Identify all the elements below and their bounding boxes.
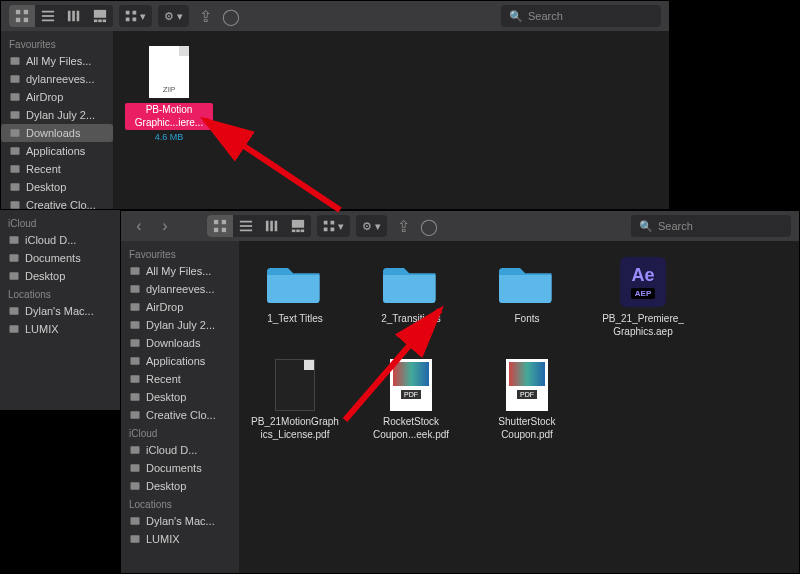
sidebar-item[interactable]: All My Files... [1, 52, 113, 70]
list-view-button[interactable] [35, 5, 61, 27]
search-icon: 🔍 [509, 10, 523, 23]
sidebar-item[interactable]: Recent [121, 370, 239, 388]
file-item[interactable]: PDFShutterStock Coupon.pdf [483, 356, 571, 441]
column-view-button[interactable] [259, 215, 285, 237]
svg-rect-52 [131, 303, 140, 311]
file-zip[interactable]: ZIP PB-Motion Graphic...iere... 4.6 MB [125, 43, 213, 142]
sidebar-item[interactable]: Recent [1, 160, 113, 178]
sidebar-item[interactable]: Applications [121, 352, 239, 370]
sidebar-section-header: iCloud [121, 424, 239, 441]
search-input[interactable]: 🔍 Search [501, 5, 661, 27]
tags-button[interactable]: ◯ [221, 6, 241, 26]
sidebar-item[interactable]: iCloud D... [0, 231, 120, 249]
svg-rect-1 [10, 254, 19, 262]
group-dropdown[interactable]: ▾ [119, 5, 152, 27]
svg-rect-30 [11, 183, 20, 191]
view-mode-segment[interactable] [207, 215, 311, 237]
search-input[interactable]: 🔍 Search [631, 215, 791, 237]
sidebar-item[interactable]: Documents [121, 459, 239, 477]
gallery-view-button[interactable] [87, 5, 113, 27]
sidebar: FavouritesAll My Files...dylanreeves...A… [1, 31, 113, 209]
sidebar-item[interactable]: LUMIX [121, 530, 239, 548]
share-button[interactable]: ⇪ [393, 216, 413, 236]
svg-rect-29 [11, 165, 20, 173]
column-view-button[interactable] [61, 5, 87, 27]
action-dropdown[interactable]: ⚙▾ [158, 5, 189, 27]
svg-rect-28 [11, 147, 20, 155]
finder-window-2: ‹ › ▾ ⚙▾ ⇪ ◯ 🔍 Search FavouritesAll My F… [120, 210, 800, 574]
sidebar-item[interactable]: Dylan July 2... [1, 106, 113, 124]
file-size: 4.6 MB [155, 132, 184, 142]
sidebar-item[interactable]: AirDrop [121, 298, 239, 316]
svg-rect-16 [94, 20, 98, 23]
svg-rect-44 [296, 230, 300, 233]
gallery-view-button[interactable] [285, 215, 311, 237]
forward-button[interactable]: › [155, 216, 175, 236]
svg-rect-23 [11, 57, 20, 65]
file-label: PB-Motion Graphic...iere... [125, 103, 213, 130]
folder-item[interactable]: 1_Text Titles [251, 253, 339, 338]
sidebar-item[interactable]: Dylan July 2... [121, 316, 239, 334]
svg-rect-50 [131, 267, 140, 275]
back-button[interactable]: ‹ [129, 216, 149, 236]
file-item[interactable]: PDFRocketStock Coupon...eek.pdf [367, 356, 455, 441]
svg-rect-5 [16, 10, 20, 14]
sidebar-item[interactable]: Dylan's Mac... [121, 512, 239, 530]
sidebar-item[interactable]: Creative Clo... [1, 196, 113, 209]
gear-icon: ⚙ [362, 220, 372, 233]
sidebar-item[interactable]: All My Files... [121, 262, 239, 280]
svg-rect-33 [222, 220, 226, 224]
gear-icon: ⚙ [164, 10, 174, 23]
sidebar-item[interactable]: Desktop [0, 267, 120, 285]
action-dropdown[interactable]: ⚙▾ [356, 215, 387, 237]
sidebar-item[interactable]: LUMIX [0, 320, 120, 338]
sidebar-item[interactable]: Downloads [1, 124, 113, 142]
sidebar-item[interactable]: Desktop [121, 477, 239, 495]
svg-rect-40 [270, 221, 273, 232]
svg-rect-13 [72, 11, 75, 22]
svg-rect-46 [324, 221, 328, 225]
svg-rect-54 [131, 339, 140, 347]
svg-rect-15 [94, 10, 106, 18]
svg-rect-6 [24, 10, 28, 14]
sidebar-item[interactable]: Downloads [121, 334, 239, 352]
sidebar-item[interactable]: Desktop [121, 388, 239, 406]
svg-rect-41 [275, 221, 278, 232]
sidebar-item[interactable]: Desktop [1, 178, 113, 196]
file-item[interactable]: PB_21MotionGraphics_License.pdf [251, 356, 339, 441]
sidebar-item[interactable]: Dylan's Mac... [0, 302, 120, 320]
sidebar-item[interactable]: AirDrop [1, 88, 113, 106]
sidebar-item[interactable]: dylanreeves... [121, 280, 239, 298]
svg-rect-43 [292, 230, 296, 233]
file-item[interactable]: AeAEPPB_21_Premiere_Graphics.aep [599, 253, 687, 338]
sidebar-item[interactable]: iCloud D... [121, 441, 239, 459]
list-view-button[interactable] [233, 215, 259, 237]
file-label: RocketStock Coupon...eek.pdf [367, 416, 455, 441]
file-label: Fonts [514, 313, 539, 326]
icon-view-button[interactable] [207, 215, 233, 237]
svg-rect-62 [131, 517, 140, 525]
icon-view-button[interactable] [9, 5, 35, 27]
folder-item[interactable]: 2_Transitions [367, 253, 455, 338]
sidebar-item[interactable]: dylanreeves... [1, 70, 113, 88]
svg-rect-63 [131, 535, 140, 543]
svg-rect-51 [131, 285, 140, 293]
sidebar-section-header: Favourites [121, 245, 239, 262]
sidebar-item[interactable]: Creative Clo... [121, 406, 239, 424]
sidebar-section-header: Favourites [1, 35, 113, 52]
group-dropdown[interactable]: ▾ [317, 215, 350, 237]
file-label: ShutterStock Coupon.pdf [483, 416, 571, 441]
svg-rect-32 [214, 220, 218, 224]
folder-item[interactable]: Fonts [483, 253, 571, 338]
svg-rect-39 [266, 221, 269, 232]
view-mode-segment[interactable] [9, 5, 113, 27]
tags-button[interactable]: ◯ [419, 216, 439, 236]
sidebar-section-header: Locations [0, 285, 120, 302]
sidebar-item[interactable]: Documents [0, 249, 120, 267]
svg-rect-4 [10, 325, 19, 333]
svg-rect-9 [42, 11, 54, 13]
sidebar-item[interactable]: Applications [1, 142, 113, 160]
share-button[interactable]: ⇪ [195, 6, 215, 26]
toolbar: ‹ › ▾ ⚙▾ ⇪ ◯ 🔍 Search [121, 211, 799, 241]
svg-rect-47 [331, 221, 335, 225]
